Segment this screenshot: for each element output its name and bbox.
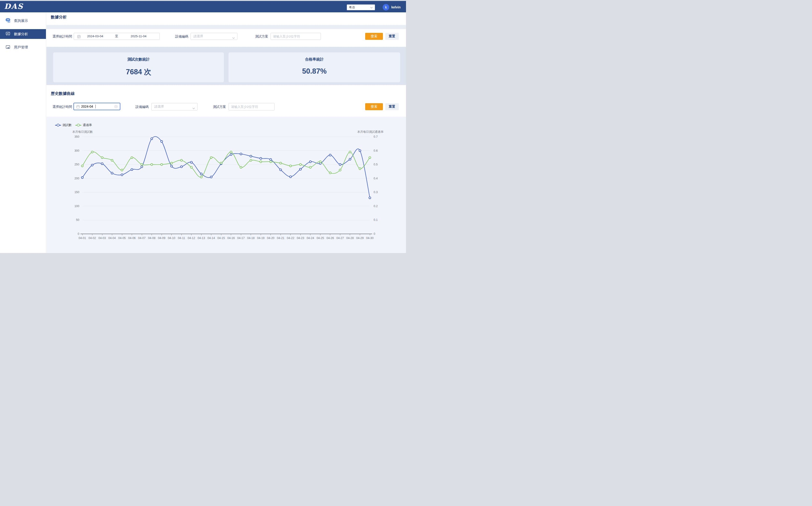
month-value[interactable]: 2024-04	[81, 103, 93, 110]
stat-time-label: 選擇統計時間	[53, 33, 72, 40]
test-count-title: 測試次數統計	[53, 57, 224, 62]
svg-text:04-09: 04-09	[158, 237, 165, 240]
svg-text:04-29: 04-29	[356, 237, 363, 240]
reset-button[interactable]: 重置	[385, 33, 399, 40]
clear-circle-icon[interactable]	[114, 105, 118, 109]
chevron-down-icon	[192, 106, 195, 110]
navbar: DAS 粤语 k kelvin	[0, 1, 406, 12]
svg-text:04-11: 04-11	[178, 237, 185, 240]
svg-text:250: 250	[74, 163, 79, 166]
svg-text:04-22: 04-22	[287, 237, 294, 240]
test-plan-label: 測試方案	[255, 33, 268, 40]
chevron-down-icon	[370, 5, 373, 10]
presentation-chart-icon	[6, 31, 11, 36]
svg-text:04-19: 04-19	[257, 237, 264, 240]
svg-text:04-01: 04-01	[79, 237, 86, 240]
calendar-icon	[77, 35, 81, 39]
legend-item-test-count[interactable]: 測試數	[55, 123, 72, 127]
test-count-value: 7684 次	[53, 67, 224, 77]
svg-text:04-08: 04-08	[148, 237, 155, 240]
svg-text:0.6: 0.6	[374, 149, 378, 152]
language-selected-value: 粤语	[349, 5, 370, 10]
legend-marker-green	[75, 125, 81, 125]
svg-text:0.4: 0.4	[374, 177, 378, 180]
svg-text:04-02: 04-02	[89, 237, 96, 240]
svg-text:0.7: 0.7	[374, 135, 378, 139]
pass-rate-title: 合格率統計	[228, 57, 400, 62]
svg-text:04-25: 04-25	[317, 237, 324, 240]
svg-text:04-28: 04-28	[346, 237, 354, 240]
svg-text:0: 0	[78, 232, 79, 236]
svg-text:0.2: 0.2	[374, 204, 378, 208]
svg-text:04-13: 04-13	[198, 237, 205, 240]
svg-text:0: 0	[374, 232, 375, 236]
svg-text:04-17: 04-17	[237, 237, 245, 240]
svg-text:04-04: 04-04	[109, 237, 116, 240]
svg-text:04-05: 04-05	[118, 237, 126, 240]
test-plan-input[interactable]	[271, 33, 321, 40]
history-time-label: 選擇統計時間	[53, 103, 72, 110]
device-code-select[interactable]: 請選擇	[191, 33, 238, 40]
history-plan-label: 測試方案	[213, 103, 226, 110]
chevron-down-icon	[232, 36, 235, 40]
svg-text:04-12: 04-12	[188, 237, 195, 240]
device-select-placeholder: 請選擇	[194, 33, 203, 39]
sidebar: Hi 查詢展示 數據分析 用戶管理	[0, 12, 46, 253]
svg-text:0.3: 0.3	[374, 190, 378, 194]
history-plan-input[interactable]	[228, 103, 274, 110]
sidebar-item-label: 查詢展示	[14, 19, 28, 23]
user-card-gear-icon	[6, 45, 11, 50]
svg-text:04-26: 04-26	[327, 237, 334, 240]
date-start-value[interactable]: 2024-03-04	[81, 33, 109, 39]
header-divider-band	[47, 25, 406, 29]
svg-text:04-23: 04-23	[297, 237, 304, 240]
history-device-label: 設備編碼	[135, 103, 148, 110]
svg-text:04-14: 04-14	[208, 237, 215, 240]
username[interactable]: kelvin	[391, 5, 401, 9]
sidebar-item-query-display[interactable]: Hi 查詢展示	[0, 16, 46, 25]
svg-text:04-03: 04-03	[98, 237, 106, 240]
language-select[interactable]: 粤语	[347, 4, 375, 10]
svg-text:04-18: 04-18	[247, 237, 255, 240]
avatar[interactable]: k	[383, 4, 389, 10]
calendar-icon	[76, 105, 80, 109]
sidebar-item-label: 數據分析	[14, 32, 28, 36]
date-end-value[interactable]: 2025-11-04	[125, 33, 152, 39]
history-section-title: 歷史數據曲線	[51, 91, 75, 96]
hi-chat-bubble-icon: Hi	[6, 18, 11, 23]
history-reset-button[interactable]: 重置	[385, 103, 399, 110]
pass-rate-value: 50.87%	[228, 67, 400, 76]
svg-text:04-27: 04-27	[336, 237, 344, 240]
date-range-picker[interactable]: 2024-03-04 至 2025-11-04	[74, 33, 160, 40]
svg-text:300: 300	[74, 149, 79, 152]
legend-marker-blue	[55, 125, 61, 125]
svg-text:200: 200	[74, 177, 79, 180]
pass-rate-card: 合格率統計 50.87%	[228, 53, 400, 82]
svg-text:50: 50	[76, 218, 79, 222]
svg-text:04-10: 04-10	[168, 237, 176, 240]
svg-text:350: 350	[74, 135, 79, 139]
sidebar-item-label: 用戶管理	[14, 45, 28, 50]
month-picker-focused[interactable]: 2024-04	[73, 103, 120, 110]
svg-text:0.5: 0.5	[374, 163, 378, 166]
history-search-button[interactable]: 搜索	[365, 103, 383, 110]
history-line-chart[interactable]: 00500.11000.21500.32000.42500.53000.6350…	[70, 126, 383, 242]
search-button[interactable]: 搜索	[365, 33, 383, 40]
test-count-card: 測試次數統計 7684 次	[53, 53, 224, 82]
sidebar-item-user-management[interactable]: 用戶管理	[0, 43, 46, 52]
svg-text:04-21: 04-21	[277, 237, 284, 240]
svg-text:04-24: 04-24	[307, 237, 314, 240]
app-window: DAS 粤语 k kelvin Hi 查詢展示 數據分析	[0, 0, 406, 253]
svg-text:100: 100	[74, 204, 79, 208]
svg-text:04-30: 04-30	[366, 237, 374, 240]
das-logo: DAS	[4, 2, 32, 11]
svg-text:04-15: 04-15	[217, 237, 225, 240]
svg-text:04-20: 04-20	[267, 237, 274, 240]
svg-text:04-07: 04-07	[138, 237, 145, 240]
svg-text:150: 150	[74, 190, 79, 194]
svg-text:0.1: 0.1	[374, 218, 378, 222]
svg-text:04-06: 04-06	[128, 237, 136, 240]
history-device-select[interactable]: 請選擇	[151, 103, 198, 110]
sidebar-item-data-analysis[interactable]: 數據分析	[0, 29, 46, 39]
history-device-placeholder: 請選擇	[154, 103, 164, 110]
